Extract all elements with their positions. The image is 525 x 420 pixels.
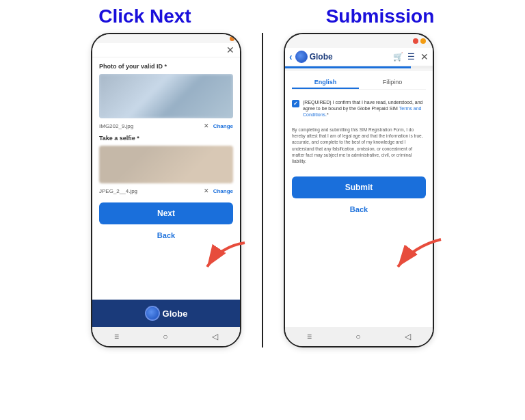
- left-topbar: ✕: [92, 43, 240, 57]
- globe-logo-footer: Globe: [145, 306, 188, 321]
- left-phone-footer: Globe: [92, 300, 240, 327]
- selfie-label: Take a selfie *: [99, 135, 233, 142]
- status-dot: [230, 36, 234, 41]
- terms-link[interactable]: Terms and Conditions.: [303, 106, 421, 117]
- photo-filename: IMG202_9.jpg: [99, 123, 200, 129]
- submission-title: Submission: [262, 5, 498, 27]
- header-icons: 🛒 ☰: [393, 52, 415, 62]
- home-nav-icon[interactable]: ○: [163, 332, 167, 341]
- photo-file-row: IMG202_9.jpg ✕ Change: [99, 122, 233, 129]
- left-status-bar: [92, 34, 240, 43]
- dot-orange: [420, 38, 426, 44]
- submit-button[interactable]: Submit: [292, 176, 426, 198]
- status-dots: [413, 38, 426, 44]
- back-nav-icon[interactable]: ◁: [212, 332, 218, 341]
- checkmark-icon: ✓: [293, 101, 298, 107]
- globe-circle-icon: [145, 306, 160, 321]
- close-icon[interactable]: ✕: [226, 44, 234, 55]
- right-nav-bar: ≡ ○ ◁: [285, 327, 433, 346]
- right-phone-header: ‹ Globe 🛒 ☰ ✕: [285, 48, 433, 66]
- photo-change-link[interactable]: Change: [213, 123, 233, 129]
- remove-photo-icon[interactable]: ✕: [204, 122, 209, 129]
- menu-nav-icon[interactable]: ≡: [114, 332, 119, 341]
- red-arrow-left: [200, 239, 248, 274]
- right-home-nav-icon[interactable]: ○: [355, 332, 360, 341]
- tab-filipino[interactable]: Filipino: [359, 77, 426, 89]
- back-arrow-icon[interactable]: ‹: [289, 51, 293, 62]
- legal-body-text: By completing and submitting this SIM Re…: [292, 127, 426, 164]
- globe-logo-header: Globe: [295, 51, 390, 63]
- terms-checkbox-text: (REQUIRED) I confirm that I have read, u…: [303, 99, 426, 118]
- red-arrow-right: [390, 236, 444, 274]
- language-tabs: English Filipino: [292, 77, 426, 90]
- right-phone: ‹ Globe 🛒 ☰ ✕ English: [284, 33, 434, 347]
- photo-blur-overlay: [99, 74, 233, 118]
- progress-bar-fill: [285, 66, 411, 68]
- cart-icon[interactable]: 🛒: [393, 52, 403, 62]
- globe-header-text: Globe: [310, 52, 333, 62]
- photo-id-preview: [99, 74, 233, 118]
- selfie-file-row: JPEG_2__4.jpg ✕ Change: [99, 187, 233, 194]
- progress-bar: [285, 66, 433, 68]
- selfie-preview: [99, 146, 233, 183]
- terms-checkbox[interactable]: ✓: [292, 100, 299, 107]
- remove-selfie-icon[interactable]: ✕: [204, 187, 209, 194]
- divider-line: [262, 33, 263, 347]
- terms-checkbox-row: ✓ (REQUIRED) I confirm that I have read,…: [292, 99, 426, 118]
- right-back-link[interactable]: Back: [292, 205, 426, 213]
- selfie-section: Take a selfie * JPEG_2__4.jpg ✕ Change: [99, 135, 233, 194]
- hamburger-menu-icon[interactable]: ☰: [407, 52, 415, 62]
- left-phone: ✕ Photo of your valid ID * IMG202_9.jpg …: [91, 33, 241, 347]
- tab-english[interactable]: English: [292, 77, 359, 89]
- selfie-filename: JPEG_2__4.jpg: [99, 188, 200, 194]
- left-back-link[interactable]: Back: [99, 231, 233, 239]
- next-button[interactable]: Next: [99, 202, 233, 224]
- globe-circle-small-icon: [295, 51, 308, 63]
- globe-footer-text: Globe: [163, 309, 188, 319]
- right-back-nav-icon[interactable]: ◁: [405, 332, 411, 341]
- left-nav-bar: ≡ ○ ◁: [92, 327, 240, 346]
- dot-red: [413, 38, 418, 44]
- click-next-title: Click Next: [27, 5, 262, 27]
- right-close-icon[interactable]: ✕: [420, 51, 429, 62]
- right-phone-content: English Filipino ✓ (REQUIRED) I confirm …: [285, 71, 433, 327]
- right-status-bar: [285, 34, 433, 48]
- selfie-change-link[interactable]: Change: [213, 188, 233, 194]
- photo-id-label: Photo of your valid ID *: [99, 63, 233, 70]
- photo-id-section: Photo of your valid ID * IMG202_9.jpg ✕ …: [99, 63, 233, 129]
- right-menu-nav-icon[interactable]: ≡: [307, 332, 312, 341]
